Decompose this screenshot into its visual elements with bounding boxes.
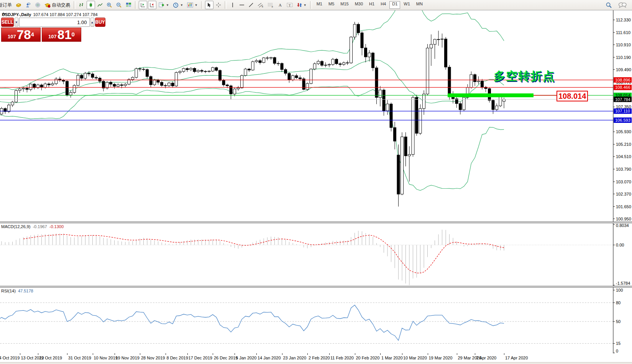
price-badge: 107.784 [614,97,632,102]
date-label: 4 Oct 2019 [0,356,20,360]
date-tick [20,353,20,355]
navigator-button[interactable] [24,1,33,9]
signals-icon [35,2,41,8]
rsi-axis-ticks: 1008050150 [613,288,623,353]
autotrading-button[interactable]: 自动交易 [43,1,72,9]
one-click-trading-panel: SELL ▼ ▲ BUY 107 78 4 107 81 0 [1,18,82,42]
tile-windows-icon [126,2,131,8]
fibonacci-button[interactable]: F [266,1,275,9]
line-chart-icon [97,2,103,8]
buy-price-tile[interactable]: 107 81 0 [42,28,81,42]
svg-text:50: 50 [616,319,621,324]
toolbar-separator [201,1,203,9]
macd-panel[interactable]: 0.80340.00-1.5784 MACD(12,26,9) -0.1967 … [0,223,632,286]
date-label: 2 Feb 2020 [309,356,330,360]
horizontal-line-icon [239,2,245,8]
turning-point-annotation: 多空转折点 [494,69,555,84]
cursor-button[interactable] [205,1,213,9]
toolbar: 新订单 自动交易 ▼ ▼ [0,0,632,10]
search-button[interactable] [604,1,614,9]
tile-windows-button[interactable] [124,1,133,9]
macd-signal-value: -0.1300 [49,224,64,229]
date-label: 1 Mar 2020 [381,356,403,360]
timeframe-button-d1[interactable]: D1 [389,1,400,9]
vertical-line-button[interactable] [228,1,237,9]
autotrading-label: 自动交易 [52,2,70,8]
line-chart-button[interactable] [96,1,104,9]
market-watch-icon [16,2,21,8]
timeframe-button-m15[interactable]: M15 [338,1,351,9]
timeframe-button-m5[interactable]: M5 [326,1,337,9]
periods-button[interactable]: ▼ [171,1,185,9]
timeframe-button-w1[interactable]: W1 [401,1,413,9]
date-axis[interactable]: 4 Oct 201913 Oct 201922 Oct 201931 Oct 2… [0,353,632,362]
sell-button[interactable]: SELL [1,18,14,27]
trendline-button[interactable] [247,1,255,9]
date-tick [67,353,67,355]
arrows-button[interactable]: ▼ [295,1,308,9]
horizontal-line-button[interactable] [238,1,246,9]
bar-chart-button[interactable] [77,1,86,9]
rsi-panel[interactable]: 1008050150 RSI(14) 47.5178 [0,287,632,353]
macd-name: MACD(12,26,9) [1,224,30,229]
equidistant-channel-button[interactable]: E [256,1,265,9]
date-tick [38,353,38,355]
timeframe-button-h4[interactable]: H4 [378,1,389,9]
bar-chart-icon [79,2,84,8]
date-tick [282,353,282,355]
date-tick [256,353,257,355]
timeframe-button-h1[interactable]: H1 [366,1,377,9]
svg-text:110.190: 110.190 [616,55,631,60]
svg-text:103.790: 103.790 [616,167,631,171]
macd-label: MACD(12,26,9) -0.1967 -0.1300 [1,224,64,229]
auto-scroll-button[interactable] [148,1,156,9]
new-order-button[interactable]: 新订单 [0,1,13,9]
zoom-in-button[interactable] [105,1,114,9]
date-tick [115,353,115,355]
sell-price-tile[interactable]: 107 78 4 [1,28,41,42]
date-label: 22 Oct 2019 [39,356,62,360]
volume-increase-button[interactable]: ▲ [90,18,94,27]
templates-button[interactable]: ▼ [185,1,199,9]
rsi-canvas: 1008050150 [0,287,632,353]
date-tick [380,353,381,355]
text-label-button[interactable]: T [285,1,294,9]
chart-shift-button[interactable] [139,1,147,9]
crosshair-button[interactable] [214,1,223,9]
new-chart-button[interactable]: ▼ [157,1,171,9]
volume-input[interactable] [19,18,90,27]
date-tick [504,353,504,355]
main-chart-panel[interactable]: 112.330111.610110.910110.190109.490108.7… [0,10,632,222]
timeframe-button-mn[interactable]: MN [414,1,425,9]
community-chat-button[interactable] [617,1,628,9]
trade-controls-row: SELL ▼ ▲ BUY [1,18,82,27]
svg-text:15: 15 [616,341,621,346]
text-label-icon: T [287,2,293,8]
fibonacci-icon: F [268,2,274,8]
main-chart-canvas[interactable]: 112.330111.610110.910110.190109.490108.7… [0,10,632,222]
svg-text:105.930: 105.930 [616,129,631,134]
candlestick-chart-button[interactable] [87,1,95,9]
buy-button[interactable]: BUY [95,18,105,27]
dropdown-caret: ▼ [195,3,198,7]
date-tick [307,353,308,355]
svg-text:109.490: 109.490 [616,67,631,72]
date-tick [235,353,235,355]
zoom-out-button[interactable] [115,1,123,9]
svg-text:A: A [279,3,282,7]
date-label: 14 Jan 2020 [258,356,281,360]
date-label: 7 Apr 2020 [476,356,496,360]
volume-decrease-button[interactable]: ▼ [15,18,18,27]
sell-price-figure: 107 [8,33,16,41]
text-button[interactable]: A [276,1,284,9]
timeframe-button-m1[interactable]: M1 [314,1,325,9]
market-watch-button[interactable] [14,1,23,9]
svg-text:104.510: 104.510 [616,154,631,159]
buy-price-point: 0 [72,28,75,41]
signals-button[interactable] [33,1,42,9]
svg-text:100.950: 100.950 [616,217,631,221]
timeframe-button-m30[interactable]: M30 [352,1,366,9]
buy-price-figure: 107 [48,33,57,41]
svg-text:108.896: 108.896 [615,78,630,82]
svg-text:0.00: 0.00 [616,243,624,247]
